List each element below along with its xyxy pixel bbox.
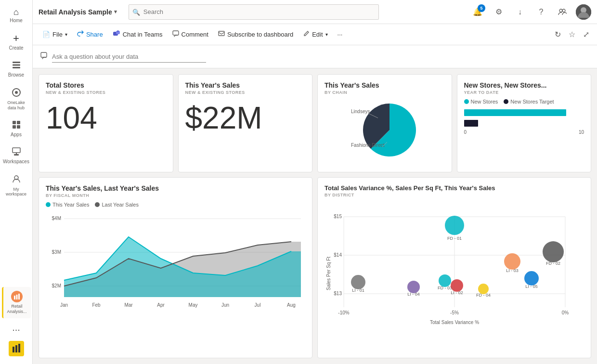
sidebar-item-onelake[interactable]: OneLake data hub	[2, 84, 31, 115]
svg-point-4	[15, 91, 18, 94]
fullscreen-button[interactable]: ⤢	[581, 28, 591, 41]
file-label: File	[52, 31, 63, 38]
line-legend: This Year Sales Last Year Sales	[46, 202, 305, 208]
subscribe-button[interactable]: Subscribe to dashboard	[214, 28, 297, 40]
subscribe-icon	[218, 30, 225, 39]
help-button[interactable]: ?	[533, 4, 549, 20]
this-year-label: This Year Sales	[52, 202, 89, 208]
sales-value: $22M	[185, 103, 306, 133]
apps-icon	[12, 120, 21, 130]
pie-chart-container: Lindseys Fashions Direct	[324, 99, 445, 161]
legend-new-stores-target: New Stores Target	[504, 99, 554, 104]
more-icon: ···	[337, 31, 343, 38]
sidebar-bottom	[9, 341, 24, 360]
share-button[interactable]: Share	[73, 28, 107, 40]
svg-text:LI - 04: LI - 04	[407, 292, 420, 297]
svg-rect-10	[14, 154, 19, 156]
more-button[interactable]: ···	[334, 29, 347, 40]
svg-rect-17	[13, 347, 14, 352]
svg-point-62	[445, 216, 464, 235]
svg-rect-5	[13, 121, 16, 124]
line-chart-svg: $4M $3M $2M Jan F	[46, 210, 306, 316]
topbar-title-text: Retail Analysis Sample	[39, 8, 112, 16]
sidebar-item-my-workspace[interactable]: My workspace	[2, 170, 31, 201]
sidebar-item-apps[interactable]: Apps	[2, 117, 31, 142]
svg-rect-15	[18, 294, 20, 299]
file-button[interactable]: 📄 File ▾	[39, 29, 71, 40]
comment-label: Comment	[182, 31, 208, 38]
svg-text:Apr: Apr	[157, 302, 165, 308]
pie-subtitle: BY CHAIN	[324, 90, 445, 95]
legend-last-year: Last Year Sales	[95, 202, 138, 208]
chat-in-teams-button[interactable]: Chat in Teams	[109, 28, 167, 41]
svg-text:$13: $13	[334, 291, 342, 296]
bar-target	[464, 120, 479, 127]
card-scatter[interactable]: Total Sales Variance %, Sales Per Sq Ft,…	[317, 177, 591, 358]
sidebar-item-create[interactable]: + Create	[2, 29, 31, 55]
svg-rect-9	[13, 148, 20, 153]
new-stores-subtitle: YEAR TO DATE	[464, 90, 584, 95]
qa-input[interactable]	[52, 51, 206, 63]
svg-rect-1	[13, 65, 20, 66]
pie-chart: Lindseys Fashions Direct	[346, 99, 423, 161]
avatar[interactable]	[576, 4, 591, 20]
app-shell: ⌂ Home + Create Browse OneLake data hub …	[0, 0, 597, 364]
file-chevron-icon: ▾	[65, 32, 67, 37]
x-axis-start: 0	[464, 130, 467, 135]
svg-text:Jan: Jan	[60, 302, 68, 308]
qa-icon	[40, 52, 48, 61]
scatter-subtitle: BY DISTRICT	[324, 193, 584, 197]
card-new-stores[interactable]: New Stores, New Stores... YEAR TO DATE N…	[457, 74, 592, 172]
actionbar-right: ↻ ☆ ⤢	[553, 28, 591, 41]
svg-point-78	[524, 271, 539, 286]
svg-point-66	[351, 275, 365, 289]
comment-button[interactable]: Comment	[169, 28, 212, 40]
sidebar-item-retail-analysis[interactable]: Retail Analysis...	[2, 287, 31, 318]
sidebar-label-home: Home	[10, 18, 23, 24]
bar-row-target	[464, 119, 584, 128]
notifications-button[interactable]: 🔔 5	[470, 4, 485, 20]
svg-rect-18	[15, 345, 17, 352]
file-icon: 📄	[42, 31, 50, 38]
svg-text:FD - 02: FD - 02	[546, 261, 560, 266]
bar-row-new-stores	[464, 108, 584, 117]
people-button[interactable]	[555, 4, 570, 20]
sidebar-item-browse[interactable]: Browse	[2, 57, 31, 82]
card-total-stores[interactable]: Total Stores NEW & EXISTING STORES 104	[39, 74, 173, 172]
power-bi-logo	[9, 341, 24, 356]
favorite-button[interactable]: ☆	[567, 28, 577, 41]
edit-button[interactable]: Edit ▾	[299, 28, 331, 40]
pie-title: This Year's Sales	[324, 81, 445, 89]
sidebar-more[interactable]: ···	[8, 320, 24, 339]
sidebar-item-workspaces[interactable]: Workspaces	[2, 143, 31, 169]
svg-text:0%: 0%	[562, 310, 569, 315]
download-button[interactable]: ↓	[512, 4, 528, 20]
search-input[interactable]	[129, 4, 379, 20]
svg-text:Sales Per Sq Ft: Sales Per Sq Ft	[326, 257, 331, 290]
total-stores-value: 104	[46, 103, 166, 133]
topbar-icons: 🔔 5 ⚙ ↓ ?	[470, 4, 591, 20]
svg-rect-7	[13, 125, 16, 129]
svg-text:Aug: Aug	[287, 302, 296, 308]
qa-bar	[33, 45, 597, 68]
svg-text:May: May	[189, 302, 198, 308]
card-line-chart[interactable]: This Year's Sales, Last Year's Sales BY …	[39, 177, 312, 358]
topbar-title[interactable]: Retail Analysis Sample ▾	[39, 8, 117, 16]
new-stores-title: New Stores, New Stores...	[464, 81, 584, 89]
sidebar-item-home[interactable]: ⌂ Home	[2, 4, 31, 27]
sidebar: ⌂ Home + Create Browse OneLake data hub …	[0, 0, 33, 364]
retail-analysis-icon	[11, 291, 23, 302]
browse-icon	[12, 61, 21, 71]
card-this-years-sales[interactable]: This Year's Sales NEW & EXISTING STORES …	[178, 74, 313, 172]
share-icon	[77, 30, 84, 39]
settings-button[interactable]: ⚙	[491, 4, 506, 20]
refresh-button[interactable]: ↻	[553, 28, 563, 41]
card-sales-by-chain[interactable]: This Year's Sales BY CHAIN Lindseys	[317, 74, 452, 172]
new-stores-bar-chart: 0 10	[464, 108, 584, 135]
download-icon: ↓	[518, 8, 522, 16]
svg-text:LI - 03: LI - 03	[506, 268, 519, 273]
svg-point-68	[504, 253, 520, 270]
new-stores-legend: New Stores New Stores Target	[464, 99, 584, 104]
share-label: Share	[86, 31, 103, 38]
svg-text:Total Sales Variance %: Total Sales Variance %	[430, 320, 479, 325]
